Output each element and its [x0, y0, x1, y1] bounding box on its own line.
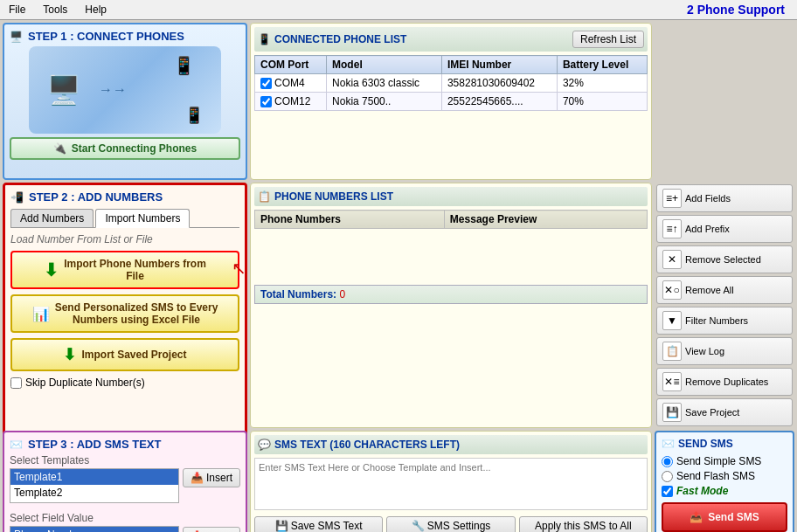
skip-duplicate-label: Skip Duplicate Number(s) [25, 377, 145, 389]
refresh-button[interactable]: Refresh List [572, 31, 644, 48]
templates-label: Select Templates [10, 454, 240, 466]
sms-settings-icon: 🔧 [412, 520, 425, 532]
import-excel-button[interactable]: 📊 Send Personalized SMS to Every Numbers… [10, 294, 239, 333]
table-row: COM12 Nokia 7500.. 25522545665.... 70% [255, 93, 648, 111]
tab-add-numbers[interactable]: Add Numbers [10, 209, 94, 227]
section-label: Load Number From List or File [10, 233, 239, 245]
step3-panel: ✉️ STEP 3 : ADD SMS TEXT Select Template… [3, 431, 247, 532]
filter-numbers-button[interactable]: ▼ Filter Numbers [656, 307, 793, 335]
field-value-label: Select Field Value [10, 512, 240, 524]
field-row: Phone Numbers 📥 Insert [10, 526, 240, 532]
send-flash-radio[interactable] [662, 471, 673, 482]
step3-icon: ✉️ [10, 439, 23, 451]
insert-template-button[interactable]: 📥 Insert [183, 468, 240, 487]
phone-list-icon: 📱 [258, 33, 271, 45]
total-count: 0 [339, 288, 345, 301]
send-sms-icon: 📤 [690, 511, 703, 523]
step2-title: STEP 2 : ADD NUMBERS [29, 190, 163, 204]
col-message-preview: Message Preview [444, 211, 647, 229]
remove-duplicates-button[interactable]: ✕≡ Remove Duplicates [656, 368, 793, 396]
remove-all-button[interactable]: ✕○ Remove All [656, 276, 793, 304]
fast-mode-checkbox[interactable] [662, 486, 673, 497]
row1-battery: 32% [557, 74, 647, 93]
remove-selected-icon: ✕ [662, 250, 682, 269]
import-file-label: Import Phone Numbers from File [64, 258, 206, 282]
table-row: COM4 Nokia 6303 classic 358281030609402 … [255, 74, 648, 93]
import-file-button[interactable]: ⬇ Import Phone Numbers from File [10, 251, 239, 289]
skip-duplicate-checkbox[interactable] [10, 377, 22, 389]
send-header-title: SEND SMS [678, 438, 733, 450]
save-sms-icon: 💾 [275, 520, 288, 532]
phone-list-panel: 📱 CONNECTED PHONE LIST Refresh List COM … [250, 23, 652, 180]
phone-table: COM Port Model IMEI Number Battery Level… [254, 55, 648, 111]
remove-all-icon: ✕○ [662, 280, 682, 300]
send-sms-panel: ✉️ SEND SMS Send Simple SMS Send Flash S… [655, 431, 794, 532]
row2-battery: 70% [557, 93, 647, 111]
phone-icon-1: 📱 [173, 55, 195, 76]
col-model: Model [327, 56, 442, 74]
send-simple-radio[interactable] [662, 456, 673, 467]
template-item-2[interactable]: Template2 [10, 485, 178, 501]
sms-textarea[interactable] [254, 458, 648, 510]
send-simple-row: Send Simple SMS [662, 455, 787, 467]
step3-header: ✉️ STEP 3 : ADD SMS TEXT [10, 438, 240, 451]
sms-settings-button[interactable]: 🔧 SMS Settings [386, 516, 515, 532]
start-connecting-button[interactable]: 🔌 Start Connecting Phones [10, 137, 240, 160]
add-fields-label: Add Fields [685, 193, 731, 204]
step2-icon: 📲 [10, 191, 24, 204]
sms-header: 💬 SMS TEXT (160 CHARACTERS LEFT) [254, 435, 648, 454]
numbers-header: 📋 PHONE NUMBERS LIST [254, 187, 648, 206]
row1-port: COM4 [255, 74, 327, 93]
send-sms-label: Send SMS [708, 511, 759, 523]
import-project-button[interactable]: ⬇ Import Saved Project [10, 338, 239, 371]
view-log-button[interactable]: 📋 View Log [656, 337, 793, 365]
menu-help[interactable]: Help [80, 2, 112, 17]
add-prefix-button[interactable]: ≡↑ Add Prefix [656, 215, 793, 243]
sms-panel: 💬 SMS TEXT (160 CHARACTERS LEFT) 💾 Save … [250, 431, 652, 532]
start-icon: 🔌 [53, 142, 66, 155]
save-project-icon: 💾 [662, 403, 682, 422]
import-project-icon: ⬇ [63, 345, 76, 364]
template-list: Template1 Template2 [10, 468, 179, 503]
sms-settings-label: SMS Settings [427, 520, 491, 532]
remove-duplicates-icon: ✕≡ [662, 372, 682, 391]
tab-import-numbers[interactable]: Import Numbers [95, 209, 190, 228]
step1-title: STEP 1 : CONNECT PHONES [28, 30, 184, 43]
row1-checkbox[interactable] [260, 78, 272, 89]
apply-sms-label: Apply this SMS to All [535, 520, 632, 532]
filter-numbers-label: Filter Numbers [685, 315, 748, 326]
menu-file[interactable]: File [3, 2, 31, 17]
remove-selected-button[interactable]: ✕ Remove Selected [656, 245, 793, 273]
import-file-icon: ⬇ [44, 259, 59, 280]
numbers-empty-row [255, 229, 648, 281]
import-excel-label: Send Personalized SMS to Every Numbers u… [55, 301, 218, 326]
add-fields-button[interactable]: ≡+ Add Fields [656, 184, 793, 212]
numbers-panel: 📋 PHONE NUMBERS LIST Phone Numbers Messa… [250, 183, 652, 428]
menu-tools[interactable]: Tools [38, 2, 73, 17]
phone-icon-2: 📱 [184, 106, 204, 125]
apply-sms-button[interactable]: Apply this SMS to All [519, 516, 648, 532]
row2-model: Nokia 7500.. [327, 93, 442, 111]
arrow-icon: →→ [99, 82, 127, 98]
pc-icon: 🖥️ [46, 73, 81, 107]
insert-field-button[interactable]: 📥 Insert [183, 527, 240, 532]
send-sms-button[interactable]: 📤 Send SMS [662, 502, 787, 532]
template-item-1[interactable]: Template1 [10, 469, 178, 485]
send-simple-label: Send Simple SMS [676, 455, 761, 467]
save-project-button[interactable]: 💾 Save Project [656, 398, 793, 426]
add-fields-icon: ≡+ [662, 189, 682, 208]
col-imei: IMEI Number [441, 56, 557, 74]
row1-model: Nokia 6303 classic [327, 74, 442, 93]
total-label: Total Numbers: [260, 288, 336, 301]
field-list[interactable]: Phone Numbers [10, 526, 179, 532]
send-flash-label: Send Flash SMS [676, 470, 755, 482]
fast-mode-label: Fast Mode [676, 485, 728, 497]
save-sms-button[interactable]: 💾 Save SMS Text [254, 516, 383, 532]
start-btn-label: Start Connecting Phones [72, 142, 197, 155]
right-panel-top [655, 23, 794, 180]
import-excel-icon: 📊 [32, 306, 50, 322]
app-title: 2 Phone Support [687, 3, 794, 17]
phone-list-title: 📱 CONNECTED PHONE LIST [258, 33, 406, 45]
row2-checkbox[interactable] [260, 96, 272, 107]
step1-icon: 🖥️ [10, 31, 23, 43]
